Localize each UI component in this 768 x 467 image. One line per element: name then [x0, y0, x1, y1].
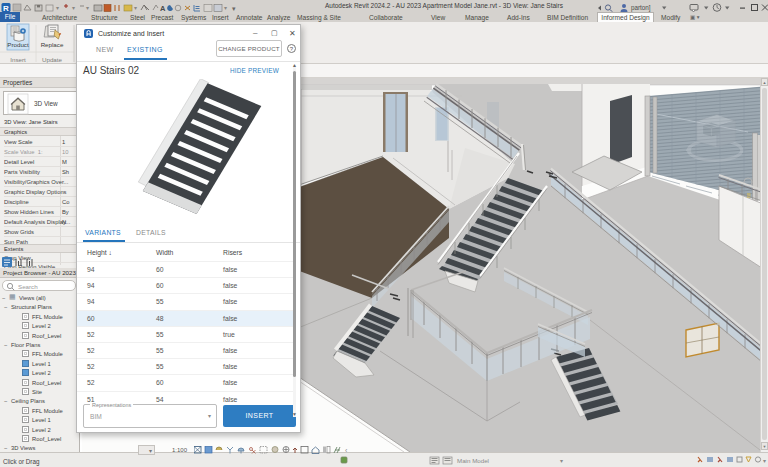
svg-text:‹: ‹: [345, 447, 348, 454]
svg-text:▾: ▾: [560, 458, 563, 464]
svg-text:▾: ▾: [72, 5, 75, 11]
svg-text:Insert: Insert: [10, 56, 26, 63]
svg-text:Main Model: Main Model: [457, 457, 489, 464]
svg-text:parton]: parton]: [631, 4, 651, 12]
svg-text:Update: Update: [42, 56, 63, 63]
svg-text:▾: ▾: [763, 458, 766, 464]
svg-text:▾: ▾: [86, 5, 89, 11]
svg-text:Product: Product: [7, 41, 29, 48]
svg-text:▾: ▾: [56, 5, 59, 11]
svg-text:Replace: Replace: [41, 41, 64, 48]
